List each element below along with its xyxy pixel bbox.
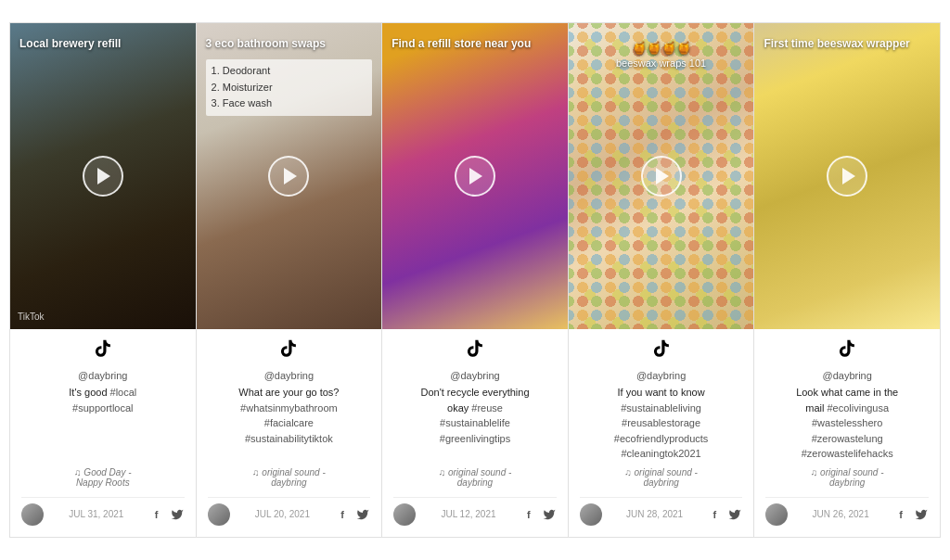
card-footer: JUL 20, 2021f — [208, 497, 371, 526]
post-date: JUN 28, 2021 — [602, 509, 708, 519]
card-3: Find a refill store near you@daybringDon… — [382, 23, 569, 537]
play-button[interactable] — [83, 156, 123, 197]
card-1: Local brewery refillTikTok@daybringIt's … — [10, 23, 197, 537]
card-5: First time beeswax wrapper@daybringLook … — [754, 23, 940, 537]
play-button[interactable] — [827, 156, 867, 197]
twitter-icon[interactable] — [914, 507, 929, 522]
video-overlay-text: 3 eco bathroom swaps1. Deodorant 2. Mois… — [206, 36, 373, 116]
caption: If you want to know#sustainableliving#re… — [580, 385, 743, 462]
video-overlay-text: 🍯🍯🍯🍯beeswax wraps 101 — [578, 40, 745, 71]
tiktok-icon — [580, 338, 743, 364]
cards-container: Local brewery refillTikTok@daybringIt's … — [9, 22, 941, 538]
card-footer: JUL 31, 2021f — [21, 497, 185, 526]
facebook-icon[interactable]: f — [149, 507, 164, 522]
card-info: @daybringDon't recycle everythingokay #r… — [382, 329, 568, 537]
play-button[interactable] — [641, 156, 682, 197]
facebook-icon[interactable]: f — [521, 507, 536, 522]
tiktok-icon — [208, 338, 371, 364]
tiktok-watermark: TikTok — [18, 312, 45, 322]
card-info: @daybringIf you want to know#sustainable… — [569, 329, 754, 537]
caption: It's good #local#supportlocal — [21, 385, 185, 462]
avatar — [208, 503, 230, 526]
social-share-icons: f — [893, 507, 929, 522]
video-thumbnail[interactable]: 🍯🍯🍯🍯beeswax wraps 101 — [569, 23, 754, 329]
post-date: JUL 12, 2021 — [416, 509, 521, 519]
twitter-icon[interactable] — [727, 507, 742, 522]
twitter-icon[interactable] — [355, 507, 370, 522]
card-footer: JUL 12, 2021f — [393, 497, 557, 526]
avatar — [765, 503, 788, 526]
video-thumbnail[interactable]: First time beeswax wrapper — [754, 23, 940, 329]
facebook-icon[interactable]: f — [335, 507, 350, 522]
card-4: 🍯🍯🍯🍯beeswax wraps 101@daybringIf you wan… — [569, 23, 755, 537]
card-footer: JUN 26, 2021f — [765, 497, 929, 526]
tiktok-icon — [393, 338, 557, 364]
caption: Look what came in themail #ecolivingusa#… — [765, 385, 929, 462]
caption: Don't recycle everythingokay #reuse#sust… — [393, 385, 557, 462]
music-credit: ♫ original sound - daybring — [765, 467, 929, 488]
post-date: JUN 26, 2021 — [788, 509, 893, 519]
video-overlay-text: Local brewery refill — [19, 36, 186, 52]
video-thumbnail[interactable]: 3 eco bathroom swaps1. Deodorant 2. Mois… — [197, 23, 382, 329]
account-handle: @daybring — [21, 370, 185, 381]
music-credit: ♫ Good Day - Nappy Roots — [21, 467, 185, 488]
video-overlay-text: First time beeswax wrapper — [764, 36, 931, 52]
account-handle: @daybring — [580, 370, 743, 381]
avatar — [580, 503, 602, 526]
card-footer: JUN 28, 2021f — [580, 497, 743, 526]
caption: What are your go tos?#whatsinmybathroom#… — [208, 385, 371, 462]
account-handle: @daybring — [765, 370, 929, 381]
tiktok-icon — [21, 338, 185, 364]
play-button[interactable] — [455, 156, 495, 197]
music-credit: ♫ original sound - daybring — [580, 467, 743, 488]
post-date: JUL 31, 2021 — [44, 509, 149, 519]
card-info: @daybringLook what came in themail #ecol… — [754, 329, 940, 537]
video-thumbnail[interactable]: Local brewery refillTikTok — [10, 23, 196, 329]
play-button[interactable] — [268, 156, 309, 197]
facebook-icon[interactable]: f — [893, 507, 908, 522]
twitter-icon[interactable] — [170, 507, 185, 522]
video-thumbnail[interactable]: Find a refill store near you — [382, 23, 568, 329]
card-info: @daybringWhat are your go tos?#whatsinmy… — [197, 329, 382, 537]
video-overlay-text: Find a refill store near you — [392, 36, 558, 52]
twitter-icon[interactable] — [542, 507, 557, 522]
post-date: JUL 20, 2021 — [230, 509, 336, 519]
music-credit: ♫ original sound - daybring — [393, 467, 557, 488]
card-info: @daybringIt's good #local#supportlocal♫ … — [10, 329, 196, 537]
social-share-icons: f — [521, 507, 557, 522]
avatar — [393, 503, 416, 526]
music-credit: ♫ original sound - daybring — [208, 467, 371, 488]
social-share-icons: f — [335, 507, 370, 522]
account-handle: @daybring — [208, 370, 371, 381]
social-share-icons: f — [707, 507, 742, 522]
account-handle: @daybring — [393, 370, 557, 381]
facebook-icon[interactable]: f — [707, 507, 722, 522]
tiktok-icon — [765, 338, 929, 364]
card-2: 3 eco bathroom swaps1. Deodorant 2. Mois… — [197, 23, 383, 537]
social-share-icons: f — [149, 507, 185, 522]
avatar — [21, 503, 44, 526]
